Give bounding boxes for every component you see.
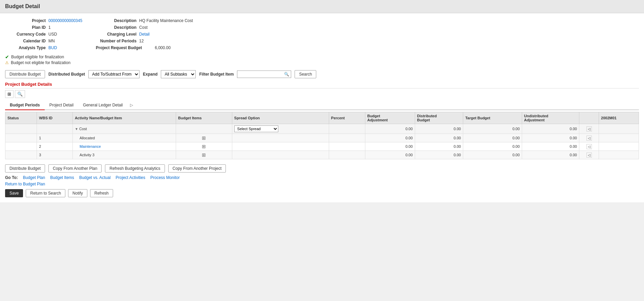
row-percent — [329, 134, 365, 142]
grid-icon[interactable]: ⊞ — [202, 144, 206, 149]
col-budget-items: Budget Items — [176, 112, 232, 124]
warning-icon: ⚠ — [5, 60, 9, 65]
project-link[interactable]: 000000000000345 — [48, 18, 82, 23]
expand-select[interactable]: All Subtasks No Subtasks 1 Level 2 Level… — [161, 70, 196, 78]
col-distributed-budget: DistributedBudget — [415, 112, 463, 124]
save-button[interactable]: Save — [5, 189, 23, 197]
charging-level-link[interactable]: Detail — [139, 32, 150, 37]
refresh-analytics-button[interactable]: Refresh Budgeting Analytics — [105, 164, 165, 173]
goto-label: Go To: — [5, 175, 18, 180]
page-title: Budget Detail — [0, 0, 644, 13]
tab-budget-periods[interactable]: Budget Periods — [5, 101, 45, 110]
row-budget-items[interactable]: ⊞ — [176, 134, 232, 142]
row-undist-adj: 0.00 — [522, 134, 579, 142]
row-undist-adj: 0.00 — [522, 142, 579, 151]
row-extra-btn[interactable]: ◁ — [579, 134, 599, 142]
grid-icon: ⊞ — [7, 92, 11, 97]
desc1-label: Description — [96, 18, 136, 23]
row-budget-adj: 0.00 — [365, 124, 415, 134]
copy-plan-button[interactable]: Copy From Another Plan — [48, 164, 102, 173]
search-icon-button[interactable]: 🔍 — [15, 90, 25, 98]
notify-button[interactable]: Notify — [68, 189, 87, 197]
budget-detail-table: Status WBS ID Activity Name/Budget Item … — [5, 112, 639, 159]
row-activity: ▼ Cost — [72, 124, 176, 134]
expand-icon[interactable]: ▼ — [75, 127, 78, 131]
distributed-budget-label: Distributed Budget — [48, 72, 85, 77]
row-extra-btn[interactable]: ◁ — [579, 142, 599, 151]
grid-icon[interactable]: ⊞ — [202, 135, 206, 141]
grid-view-button[interactable]: ⊞ — [5, 90, 14, 98]
row-budget-items[interactable]: ⊞ — [176, 151, 232, 159]
status-eligible-text: Budget eligible for finalization — [11, 55, 64, 59]
goto-budget-vs-actual[interactable]: Budget vs. Actual — [79, 175, 111, 180]
goto-budget-plan[interactable]: Budget Plan — [23, 175, 45, 180]
row-extra-btn[interactable]: ◁ — [579, 151, 599, 159]
table-row: 2 Maintenance ⊞ 0.00 0.00 0.00 0.00 ◁ — [5, 142, 639, 151]
goto-section: Go To: Budget Plan Budget Items Budget v… — [5, 175, 639, 180]
row-status — [5, 151, 37, 159]
tab-arrow-icon[interactable]: ▷ — [127, 101, 136, 110]
row-budget-items — [176, 124, 232, 134]
col-activity: Activity Name/Budget Item — [72, 112, 176, 124]
row-activity: Maintenance — [72, 142, 176, 151]
distributed-budget-select[interactable]: Add To/Subtract From Replace None — [88, 70, 139, 78]
bottom-distribute-button[interactable]: Distribute Budget — [5, 164, 45, 173]
row-dist-budget: 0.00 — [415, 151, 463, 159]
status-not-eligible-text: Budget not eligible for finalization — [11, 60, 70, 65]
row-status — [5, 134, 37, 142]
row-budget-items[interactable]: ⊞ — [176, 142, 232, 151]
row-wbs: 2 — [37, 142, 73, 151]
distribute-budget-button[interactable]: Distribute Budget — [5, 70, 45, 78]
tab-general-ledger[interactable]: General Ledger Detail — [78, 101, 127, 110]
project-request-value: 6,000.00 — [155, 45, 171, 50]
desc1-value: HQ Facility Maintenance Cost — [139, 18, 193, 23]
spread-select[interactable]: Select Spread Even Front Loaded Back Loa… — [234, 125, 278, 132]
row-spread[interactable]: Select Spread Even Front Loaded Back Loa… — [232, 124, 329, 134]
row-percent — [329, 124, 365, 134]
grid-icon[interactable]: ⊞ — [202, 152, 206, 158]
copy-project-button[interactable]: Copy From Another Project — [168, 164, 226, 173]
action-bar: Save Return to Search Notify Refresh — [5, 189, 639, 197]
row-status — [5, 124, 37, 134]
return-to-budget-plan-link[interactable]: Return to Budget Plan — [5, 182, 639, 186]
row-percent — [329, 142, 365, 151]
row-wbs: 3 — [37, 151, 73, 159]
row-extra-icon[interactable]: ◁ — [586, 153, 592, 158]
desc2-label: Description — [96, 25, 136, 30]
row-budget-adj: 0.00 — [365, 142, 415, 151]
table-container: Status WBS ID Activity Name/Budget Item … — [5, 110, 639, 159]
row-undist-adj: 0.00 — [522, 124, 579, 134]
row-target-budget: 0.00 — [463, 124, 522, 134]
col-target-budget: Target Budget — [463, 112, 522, 124]
goto-budget-items[interactable]: Budget Items — [50, 175, 74, 180]
currency-code-value: USD — [48, 32, 57, 37]
search-button[interactable]: Search — [295, 70, 316, 78]
row-extra-icon[interactable]: ◁ — [586, 136, 592, 141]
col-extra — [579, 112, 599, 124]
plan-id-value: 1 — [48, 25, 51, 30]
row-dist-budget: 0.00 — [415, 134, 463, 142]
return-search-button[interactable]: Return to Search — [26, 189, 65, 197]
goto-project-activities[interactable]: Project Activities — [116, 175, 145, 180]
row-spread — [232, 134, 329, 142]
checkmark-icon: ✔ — [5, 54, 9, 60]
header-form: Project 000000000000345 Plan ID 1 Curren… — [5, 18, 639, 65]
col-period: 2002M01 — [599, 112, 639, 124]
row-status — [5, 142, 37, 151]
goto-process-monitor[interactable]: Process Monitor — [150, 175, 180, 180]
row-extra-icon[interactable]: ◁ — [586, 144, 592, 149]
row-period — [599, 151, 639, 159]
main-toolbar: Distribute Budget Distributed Budget Add… — [5, 70, 639, 78]
maintenance-link[interactable]: Maintenance — [80, 144, 101, 148]
filter-input[interactable] — [237, 71, 291, 78]
tab-project-detail[interactable]: Project Detail — [45, 101, 78, 110]
table-row: 3 Activity 3 ⊞ 0.00 0.00 0.00 0.00 ◁ — [5, 151, 639, 159]
status-eligible-row: ✔ Budget eligible for finalization — [5, 54, 639, 60]
row-percent — [329, 151, 365, 159]
refresh-button[interactable]: Refresh — [90, 189, 113, 197]
expand-label: Expand — [143, 72, 157, 77]
row-extra-btn[interactable]: ◁ — [579, 124, 599, 134]
table-row: ▼ Cost Select Spread Even Front Loaded B… — [5, 124, 639, 134]
filter-label: Filter Budget Item — [199, 72, 234, 77]
row-extra-icon[interactable]: ◁ — [586, 126, 592, 132]
